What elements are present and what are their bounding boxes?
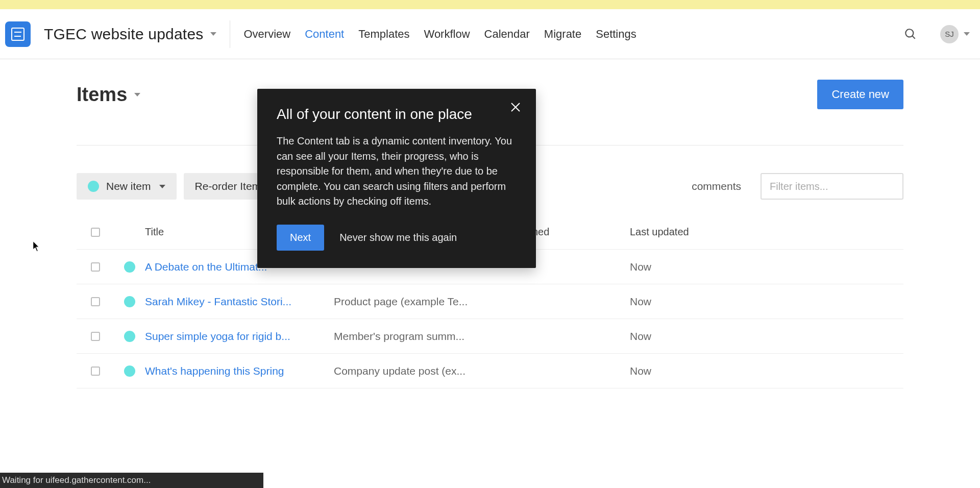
- table-row: Super simple yoga for rigid b... Member'…: [77, 319, 903, 354]
- popover-title: All of your content in one place: [277, 106, 517, 123]
- popover-next-button[interactable]: Next: [277, 225, 324, 251]
- svg-point-0: [905, 29, 913, 37]
- svg-line-1: [912, 36, 915, 38]
- chevron-down-icon: [134, 93, 140, 96]
- item-title-link[interactable]: A Debate on the Ultimat...: [145, 261, 267, 273]
- nav-settings[interactable]: Settings: [596, 28, 636, 41]
- mouse-cursor: [33, 241, 41, 254]
- chevron-down-icon: [964, 32, 970, 36]
- item-updated: Now: [630, 296, 651, 307]
- popover-never-show-link[interactable]: Never show me this again: [339, 232, 457, 243]
- avatar: SJ: [940, 25, 959, 43]
- popover-close-button[interactable]: [510, 102, 521, 114]
- status-dot-icon: [88, 181, 99, 192]
- chevron-down-icon: [210, 32, 216, 36]
- nav-migrate[interactable]: Migrate: [544, 28, 581, 41]
- column-updated: Last updated: [630, 226, 903, 238]
- top-banner-strip: [0, 0, 980, 9]
- page-title: Items: [77, 84, 127, 106]
- status-dot-icon: [124, 365, 135, 377]
- new-item-label: New item: [106, 180, 151, 192]
- status-bar-text: Waiting for uifeed.gathercontent.com...: [2, 475, 151, 485]
- item-template: Company update post (ex...: [334, 365, 465, 377]
- table-row: Sarah Mikey - Fantastic Stori... Product…: [77, 284, 903, 319]
- nav-calendar[interactable]: Calendar: [484, 28, 530, 41]
- avatar-initials: SJ: [945, 30, 954, 38]
- item-title-link[interactable]: What's happening this Spring: [145, 365, 284, 377]
- row-checkbox[interactable]: [91, 332, 100, 341]
- nav-workflow[interactable]: Workflow: [424, 28, 470, 41]
- item-updated: Now: [630, 330, 651, 342]
- popover-body: The Content tab is a dynamic content inv…: [277, 134, 517, 209]
- project-title: TGEC website updates: [44, 26, 203, 43]
- table-row: What's happening this Spring Company upd…: [77, 354, 903, 388]
- search-button[interactable]: [899, 23, 922, 45]
- header-divider: [230, 20, 230, 48]
- page-heading-switcher[interactable]: Items: [77, 84, 140, 106]
- status-dot-icon: [124, 261, 135, 273]
- app-header: TGEC website updates Overview Content Te…: [0, 9, 980, 59]
- project-switcher[interactable]: TGEC website updates: [44, 26, 216, 43]
- filter-items-input[interactable]: [761, 173, 903, 200]
- item-template: Product page (example Te...: [334, 296, 468, 307]
- nav-overview[interactable]: Overview: [243, 28, 290, 41]
- item-title-link[interactable]: Super simple yoga for rigid b...: [145, 330, 290, 342]
- status-dot-icon: [124, 331, 135, 342]
- main-nav: Overview Content Templates Workflow Cale…: [243, 28, 636, 41]
- create-new-button[interactable]: Create new: [817, 80, 903, 109]
- select-all-checkbox[interactable]: [91, 228, 100, 237]
- item-updated: Now: [630, 261, 651, 273]
- new-item-button[interactable]: New item: [77, 173, 177, 200]
- search-icon: [904, 28, 917, 41]
- status-dot-icon: [124, 296, 135, 307]
- chevron-down-icon: [159, 185, 165, 188]
- row-checkbox[interactable]: [91, 367, 100, 376]
- item-template: Member's program summ...: [334, 330, 464, 342]
- user-menu[interactable]: SJ: [940, 25, 970, 43]
- close-icon: [510, 102, 521, 112]
- nav-templates[interactable]: Templates: [358, 28, 409, 41]
- onboarding-popover: All of your content in one place The Con…: [257, 89, 536, 268]
- browser-status-bar: Waiting for uifeed.gathercontent.com...: [0, 473, 263, 488]
- app-logo[interactable]: [5, 21, 31, 47]
- item-updated: Now: [630, 365, 651, 377]
- row-checkbox[interactable]: [91, 262, 100, 272]
- comments-column-label: comments: [692, 180, 741, 192]
- item-title-link[interactable]: Sarah Mikey - Fantastic Stori...: [145, 296, 291, 307]
- row-checkbox[interactable]: [91, 297, 100, 306]
- nav-content[interactable]: Content: [305, 28, 344, 41]
